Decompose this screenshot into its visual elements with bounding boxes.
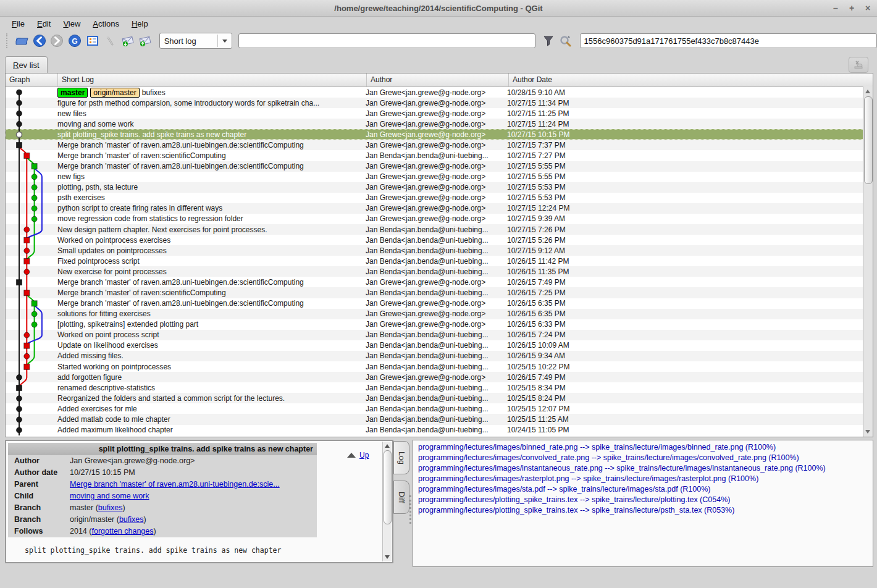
commit-row[interactable]: Added missing files.Jan Benda<jan.benda@… (6, 351, 873, 361)
detail-link[interactable]: bufixes (98, 503, 123, 512)
detail-link[interactable]: moving and some work (70, 492, 149, 500)
commit-row[interactable]: Fixed pointprocess scriptJan Benda<jan.b… (6, 256, 873, 266)
commit-date: 10/26/15 6:35 PM (507, 299, 873, 308)
commit-row[interactable]: Merge branch 'master' of raven.am28.uni-… (6, 298, 873, 309)
close-button[interactable]: × (863, 3, 872, 13)
file-rename-entry[interactable]: programming/lectures/images/instantaneou… (413, 463, 873, 474)
detail-label: Author (14, 455, 70, 467)
detail-value: moving and some work (70, 490, 149, 502)
commit-row[interactable]: new figsJan Grewe<jan.grewe@g-node.org>1… (6, 172, 873, 182)
column-header-author-date[interactable]: Author Date (509, 74, 873, 86)
commit-message: python script to create firing rates in … (57, 204, 366, 212)
commit-row[interactable]: new filesJan Grewe<jan.grewe@g-node.org>… (6, 108, 873, 119)
commit-row[interactable]: moving and some workJan Grewe<jan.grewe@… (6, 119, 873, 129)
scroll-down-icon[interactable] (385, 555, 390, 559)
commit-row[interactable]: renamed descriptive-statisticsJan Benda<… (6, 382, 873, 393)
commit-message: New exercise for point processes (57, 267, 366, 276)
menu-item-view[interactable]: View (57, 18, 86, 30)
save-patch-button[interactable] (119, 33, 137, 49)
commit-row[interactable]: masterorigin/masterbufixesJan Grewe<jan.… (6, 87, 873, 98)
menu-item-file[interactable]: File (6, 18, 30, 30)
tab-diff[interactable]: Diff (393, 481, 409, 514)
commit-row[interactable]: solutions for fitting exercisesJan Grewe… (6, 309, 873, 319)
commit-row[interactable]: Merge branch 'master' of raven:scientifi… (6, 287, 873, 298)
log-view-select[interactable]: Short log (159, 33, 232, 49)
file-rename-entry[interactable]: programming/lectures/images/sta.pdf --> … (413, 484, 873, 495)
column-header-short-log[interactable]: Short Log (58, 74, 367, 86)
detail-link[interactable]: Merge branch 'master' of raven.am28.uni-… (70, 480, 280, 489)
commit-row[interactable]: [plotting, spiketrains] extended plottin… (6, 319, 873, 330)
filter-input[interactable] (238, 33, 535, 48)
detail-link[interactable]: forgotten changes (91, 527, 153, 536)
back-button[interactable] (31, 33, 49, 49)
up-link[interactable]: Up (359, 451, 369, 460)
side-tab-bar: Log Diff (393, 441, 411, 520)
commit-date: 10/26/15 7:25 PM (507, 288, 873, 297)
forward-button[interactable] (48, 33, 66, 49)
commit-row[interactable]: Small updates on pointprocessesJan Benda… (6, 245, 873, 256)
commit-row[interactable]: Merge branch 'master' of raven:scientifi… (6, 150, 873, 161)
commit-row[interactable]: psth exercisesJan Grewe<jan.grewe@g-node… (6, 193, 873, 203)
commit-date: 10/27/15 10:15 PM (507, 130, 873, 139)
commit-row[interactable]: move regression code from statistics to … (6, 214, 873, 224)
commit-row[interactable]: Worked on point process scriptJan Benda<… (6, 330, 873, 340)
commit-row[interactable]: Added matlab code to mle chapterJan Bend… (6, 414, 873, 424)
commit-author: Jan Grewe<jan.grewe@g-node.org> (366, 130, 507, 139)
detail-scrollbar[interactable] (382, 442, 392, 561)
file-rename-entry[interactable]: programming/lectures/images/rasterplot.p… (413, 474, 873, 484)
menu-item-edit[interactable]: Edit (31, 18, 56, 30)
scrollbar-thumb[interactable] (864, 96, 873, 184)
commit-row[interactable]: figure for psth method comparsion, some … (6, 98, 873, 108)
wand-button[interactable] (101, 33, 119, 49)
view-toggle-button[interactable] (83, 33, 101, 49)
reload-button[interactable]: G (66, 33, 84, 49)
minimize-button[interactable]: – (831, 3, 840, 13)
commit-author: Jan Benda<jan.benda@uni-tuebing... (366, 426, 507, 434)
rev-list-header: Graph Short Log Author Author Date (6, 74, 873, 87)
file-rename-entry[interactable]: programming/lectures/plotting_spike_trai… (413, 505, 873, 516)
commit-row[interactable]: Added maximum likelihood chapterJan Bend… (6, 425, 873, 435)
column-header-graph[interactable]: Graph (6, 74, 58, 86)
file-rename-entry[interactable]: programming/lectures/images/convolved_ra… (413, 453, 873, 463)
commit-row[interactable]: Merge branch 'master' of raven.am28.uni-… (6, 161, 873, 172)
wand-icon (103, 34, 117, 48)
commit-row[interactable]: Added exercises for mleJan Benda<jan.ben… (6, 403, 873, 414)
tab-corner-button[interactable] (849, 57, 868, 73)
mail-patch-icon (120, 34, 135, 48)
toolbar-handle[interactable] (6, 33, 10, 48)
commit-author: Jan Benda<jan.benda@uni-tuebing... (366, 236, 507, 245)
commit-row[interactable]: plotting, psth, sta lectureJan Grewe<jan… (6, 182, 873, 193)
scroll-up-icon[interactable] (385, 444, 390, 448)
commit-row[interactable]: Merge branch 'master' of raven.am28.uni-… (6, 140, 873, 150)
tab-log[interactable]: Log (393, 441, 409, 474)
scroll-down-icon[interactable] (865, 430, 870, 434)
commit-row[interactable]: New exercise for point processesJan Bend… (6, 266, 873, 277)
open-repository-button[interactable] (13, 33, 31, 49)
tab-rev-list[interactable]: Rev list (5, 56, 48, 73)
file-rename-entry[interactable]: programming/lectures/plotting_spike_trai… (413, 495, 873, 505)
detail-link[interactable]: bufixes (119, 515, 144, 524)
scrollbar-thumb[interactable] (384, 450, 392, 524)
commit-row[interactable]: Merge branch 'master' of raven.am28.uni-… (6, 277, 873, 287)
commit-row[interactable]: Started working on pointprocessesJan Ben… (6, 361, 873, 372)
file-rename-entry[interactable]: programming/lectures/images/binned_rate.… (413, 442, 873, 453)
apply-patch-button[interactable] (136, 33, 154, 49)
commit-row[interactable]: split plotting_spike trains. add spike t… (6, 129, 873, 140)
commit-row[interactable]: Worked on pointprocess exercisesJan Bend… (6, 235, 873, 245)
filter-button[interactable] (539, 33, 557, 49)
maximize-button[interactable]: + (847, 3, 856, 13)
search-sha-button[interactable] (557, 33, 575, 49)
menu-item-help[interactable]: Help (126, 18, 154, 30)
commit-row[interactable]: Reorganized the folders and started a co… (6, 393, 873, 403)
commit-row[interactable]: New design pattern chapter. Next exercis… (6, 224, 873, 235)
sha-input[interactable] (580, 33, 877, 48)
scroll-up-icon[interactable] (865, 90, 870, 93)
commit-date: 10/27/15 5:55 PM (507, 172, 873, 181)
rev-list-scrollbar[interactable] (863, 86, 873, 437)
menu-item-actions[interactable]: Actions (87, 18, 125, 30)
commit-author: Jan Grewe<jan.grewe@g-node.org> (366, 141, 507, 149)
commit-row[interactable]: Update on likelihood exercisesJan Benda<… (6, 340, 873, 351)
commit-row[interactable]: python script to create firing rates in … (6, 203, 873, 214)
column-header-author[interactable]: Author (367, 74, 509, 86)
commit-row[interactable]: add forgotten figureJan Grewe<jan.grewe@… (6, 372, 873, 382)
